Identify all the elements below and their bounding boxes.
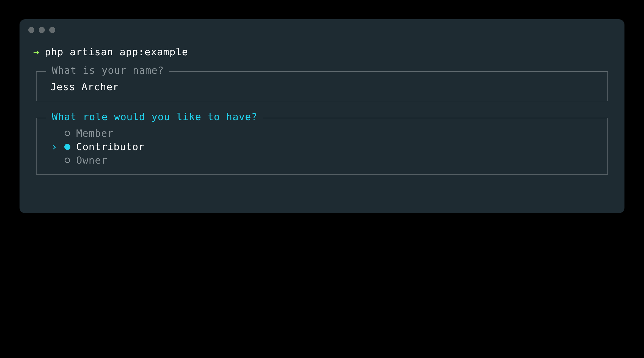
name-prompt-value[interactable]: Jess Archer	[50, 81, 594, 92]
option-label: Owner	[76, 155, 107, 166]
name-prompt-box: What is your name? What is your name? Je…	[36, 71, 608, 101]
window-titlebar	[20, 19, 624, 41]
pointer-icon: ›	[50, 141, 59, 152]
window-maximize-icon[interactable]	[49, 27, 55, 33]
terminal-window: → php artisan app:example What is your n…	[20, 19, 624, 213]
role-prompt-box: What role would you like to have? What r…	[36, 118, 608, 175]
role-option-member[interactable]: Member	[50, 128, 594, 139]
window-minimize-icon[interactable]	[39, 27, 45, 33]
command-text: php artisan app:example	[45, 46, 188, 57]
prompt-arrow-icon: →	[33, 46, 39, 57]
radio-selected-icon	[64, 144, 71, 150]
radio-unselected-icon	[64, 131, 71, 136]
radio-unselected-icon	[64, 158, 71, 163]
option-label: Member	[76, 128, 114, 139]
role-options-list: Member › Contributor Owner	[50, 128, 594, 166]
role-prompt-question: What role would you like to have?	[46, 111, 263, 122]
name-prompt-question: What is your name?	[46, 65, 169, 76]
window-close-icon[interactable]	[28, 27, 34, 33]
role-option-owner[interactable]: Owner	[50, 155, 594, 166]
option-label: Contributor	[76, 141, 145, 152]
role-option-contributor[interactable]: › Contributor	[50, 141, 594, 152]
